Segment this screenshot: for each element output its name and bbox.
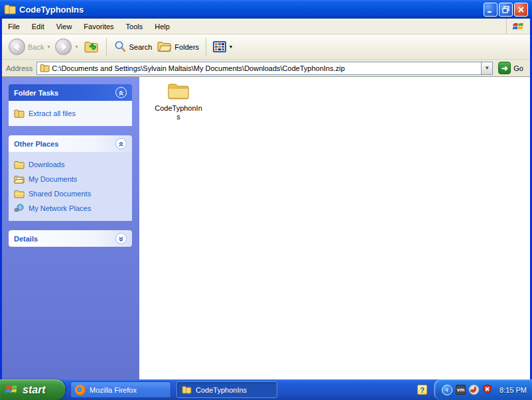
file-item-label: CodeTyphonIns [153,104,204,121]
menu-favorites[interactable]: Favorites [78,19,119,34]
folders-button[interactable]: Folders [155,38,202,56]
app-swirl-icon[interactable] [469,385,479,395]
shared-documents-icon [14,188,25,199]
my-network-places-label[interactable]: My Network Places [29,204,91,212]
folder-icon [166,81,190,102]
chevron-down-icon[interactable] [115,233,127,244]
other-places-header[interactable]: Other Places [9,135,132,152]
security-alert-icon[interactable] [482,384,492,395]
my-network-places-link[interactable]: My Network Places [13,201,128,216]
menu-view[interactable]: View [50,19,78,34]
go-area: ➜ Go [493,62,527,74]
folder-tasks-header[interactable]: Folder Tasks [9,84,132,101]
help-icon[interactable]: ? [417,385,427,395]
go-icon[interactable]: ➜ [498,62,511,74]
taskbar-button-label: CodeTyphonIns [196,386,247,394]
network-places-icon [14,203,25,214]
file-item-codetyphonins[interactable]: CodeTyphonIns [151,81,206,121]
title-bar: CodeTyphonIns [0,0,532,19]
firefox-icon [75,385,86,395]
zip-folder-icon [39,63,50,74]
extract-all-files-label[interactable]: Extract all files [29,109,76,117]
details-title: Details [14,235,115,243]
address-combobox[interactable]: ▼ [36,62,493,75]
taskbar-button-codetyphonins[interactable]: CodeTyphonIns [176,381,277,398]
zip-folder-icon [4,4,16,15]
windows-logo-icon [506,19,530,34]
toolbar-separator [206,38,206,56]
menu-tools[interactable]: Tools [120,19,149,34]
other-places-title: Other Places [14,140,115,148]
zip-folder-icon [181,385,192,395]
back-icon [9,38,25,55]
zip-folder-icon [14,108,25,119]
forward-dropdown-icon[interactable]: ▾ [75,44,78,50]
start-button[interactable]: start [0,379,65,400]
details-header[interactable]: Details [9,230,132,247]
system-tray: ‹ vm 8:15 PM [434,379,532,400]
task-pane: Folder Tasks Extract all files [2,77,139,379]
up-button[interactable] [81,37,102,57]
toolbar: Back ▾ ▾ Search Folders [2,34,530,60]
address-input[interactable] [52,63,481,74]
go-label[interactable]: Go [513,64,523,72]
search-label: Search [129,43,153,51]
search-button[interactable]: Search [111,38,155,56]
other-places-body: Downloads My Documents Sha [9,152,132,221]
my-documents-label[interactable]: My Documents [29,175,77,183]
windows-logo-icon [5,383,19,397]
folders-icon [157,40,172,54]
folders-label: Folders [174,43,199,51]
address-bar: Address ▼ ➜ Go [2,60,530,77]
downloads-label[interactable]: Downloads [29,161,64,168]
explorer-body: Folder Tasks Extract all files [2,77,530,379]
shared-documents-label[interactable]: Shared Documents [29,190,91,198]
address-label: Address [6,64,33,72]
my-documents-icon [14,174,25,184]
views-button[interactable]: ▾ [210,39,235,54]
window-title: CodeTyphonIns [19,5,482,15]
file-list-area: CodeTyphonIns [139,77,530,379]
forward-button[interactable]: ▾ [52,36,80,57]
minimize-button[interactable] [484,3,498,17]
my-documents-link[interactable]: My Documents [13,172,128,186]
views-dropdown-icon[interactable]: ▾ [230,44,232,50]
back-label: Back [28,43,44,51]
menu-file[interactable]: File [2,19,26,34]
extract-all-files-link[interactable]: Extract all files [13,106,128,121]
folder-icon [14,159,25,170]
up-folder-icon [84,39,100,55]
back-dropdown-icon[interactable]: ▾ [47,44,50,50]
close-button[interactable] [514,3,528,17]
address-dropdown-button[interactable]: ▼ [481,62,492,74]
menu-edit[interactable]: Edit [26,19,50,34]
shared-documents-link[interactable]: Shared Documents [13,186,128,201]
chevron-up-icon[interactable] [115,87,127,98]
back-button[interactable]: Back ▾ [6,36,52,57]
menu-help[interactable]: Help [149,19,176,34]
folder-tasks-title: Folder Tasks [14,89,115,97]
folder-tasks-body: Extract all files [9,101,132,126]
taskbar-button-firefox[interactable]: Mozilla Firefox [70,381,171,398]
folder-tasks-box: Folder Tasks Extract all files [9,84,132,126]
desktop-screen: CodeTyphonIns File Edit View Favorites T… [0,0,532,400]
chevron-up-icon[interactable] [115,138,127,149]
views-icon [213,41,226,52]
downloads-link[interactable]: Downloads [13,157,128,172]
start-label: start [23,384,46,396]
taskbar: start Mozilla Firefox CodeTyphonIns ? ‹ … [0,379,532,400]
explorer-window: CodeTyphonIns File Edit View Favorites T… [0,0,532,379]
vmware-icon[interactable]: vm [456,385,466,395]
search-icon [113,40,127,54]
taskbar-clock[interactable]: 8:15 PM [499,386,527,394]
collapse-chevron-icon[interactable]: ‹ [442,385,452,395]
other-places-box: Other Places Downloads [9,135,132,221]
toolbar-separator [106,38,107,56]
menu-bar: File Edit View Favorites Tools Help [2,19,530,34]
taskbar-button-label: Mozilla Firefox [90,386,137,394]
details-box: Details [9,230,132,247]
restore-button[interactable] [499,3,513,17]
forward-icon [55,38,72,55]
